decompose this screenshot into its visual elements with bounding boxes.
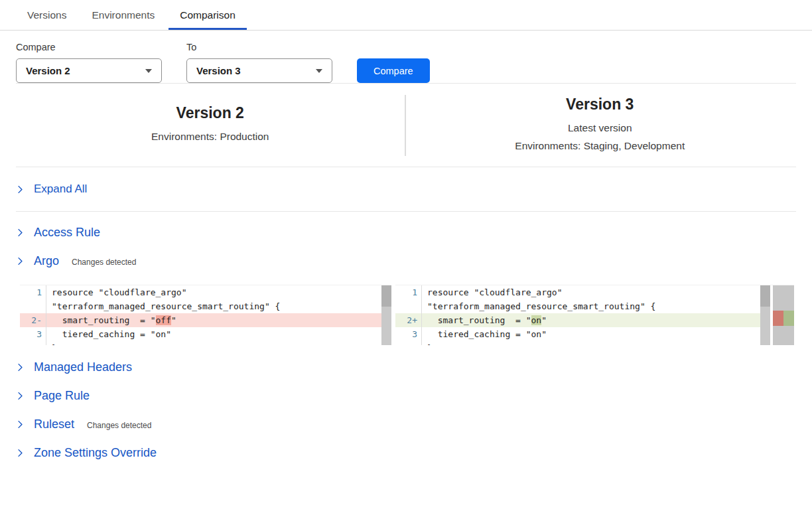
line-number: 1 [395, 285, 422, 299]
section-label: Access Rule [34, 226, 100, 240]
section-label: Zone Settings Override [34, 446, 157, 460]
diff-minimap [773, 285, 794, 345]
line-number: 2+ [395, 313, 422, 327]
dropdown-caret-icon [145, 69, 152, 73]
tab-versions[interactable]: Versions [16, 0, 78, 30]
code-line: "terraform_managed_resource_smart_routin… [395, 299, 760, 313]
section-zone-settings-override[interactable]: Zone Settings Override [16, 439, 794, 467]
compare-to-label: To [186, 42, 332, 52]
changes-detected-badge: Changes detected [72, 258, 136, 267]
chevron-right-icon [16, 185, 25, 194]
dropdown-caret-icon [316, 69, 322, 73]
changes-detected-badge: Changes detected [87, 421, 151, 430]
version-headers: Version 2 Environments: Production Versi… [0, 84, 812, 167]
code-line-added: 2+ smart_routing = "on" [395, 313, 760, 327]
diff-code-left: 1resource "cloudflare_argo" "terraform_m… [20, 285, 381, 345]
line-number: 4 [20, 341, 46, 345]
minimap-deleted-marker [773, 311, 783, 326]
code-line: 4} [395, 341, 760, 345]
diff-code-right: 1resource "cloudflare_argo" "terraform_m… [395, 285, 760, 345]
diff-panel-right: 1resource "cloudflare_argo" "terraform_m… [395, 285, 794, 345]
code-line: 3 tiered_caching = "on" [20, 327, 381, 341]
line-number [395, 299, 422, 313]
code-line: 1resource "cloudflare_argo" [395, 285, 760, 299]
section-label: Ruleset [34, 417, 74, 431]
code-text: resource "cloudflare_argo" [422, 285, 760, 299]
code-line: 3 tiered_caching = "on" [395, 327, 760, 341]
version-right-environments: Environments: Staging, Development [406, 137, 795, 155]
compare-to-value: Version 3 [196, 65, 241, 76]
section-ruleset[interactable]: Ruleset Changes detected [16, 410, 794, 439]
code-line: 1resource "cloudflare_argo" [20, 285, 381, 299]
tab-bar: Versions Environments Comparison [0, 0, 812, 31]
compare-to-select[interactable]: Version 3 [186, 58, 332, 83]
version-left-environments: Environments: Production [16, 127, 405, 145]
line-number: 3 [395, 327, 422, 341]
code-text: } [422, 341, 760, 345]
code-line-deleted: 2- smart_routing = "off" [20, 313, 381, 327]
line-number: 4 [395, 341, 422, 345]
code-text: smart_routing = " [427, 315, 531, 325]
code-text: tiered_caching = "on" [46, 327, 381, 341]
compare-from-select[interactable]: Version 2 [16, 58, 162, 83]
chevron-right-icon [16, 392, 25, 400]
code-text: smart_routing = "on" [422, 313, 760, 327]
chevron-right-icon [16, 449, 25, 457]
code-line: "terraform_managed_resource_smart_routin… [20, 299, 381, 313]
code-text: "terraform_managed_resource_smart_routin… [46, 299, 381, 313]
comparison-page: Versions Environments Comparison Compare… [0, 0, 812, 523]
version-right-header: Version 3 Latest version Environments: S… [406, 96, 795, 155]
version-right-title: Version 3 [406, 96, 795, 113]
compare-from-label: Compare [16, 42, 162, 52]
line-number: 2- [20, 313, 46, 327]
section-page-rule[interactable]: Page Rule [16, 382, 794, 410]
argo-diff: 1resource "cloudflare_argo" "terraform_m… [20, 285, 794, 345]
chevron-right-icon [16, 257, 25, 265]
code-text: } [46, 341, 381, 345]
code-text: "terraform_managed_resource_smart_routin… [422, 299, 760, 313]
resource-sections: Access Rule Argo Changes detected 1resou… [0, 212, 812, 467]
code-text: resource "cloudflare_argo" [46, 285, 381, 299]
diff-panel-left: 1resource "cloudflare_argo" "terraform_m… [20, 285, 391, 345]
chevron-right-icon [16, 228, 25, 237]
line-number: 1 [20, 285, 46, 299]
section-label: Page Rule [34, 389, 90, 403]
compare-button[interactable]: Compare [357, 58, 430, 83]
section-managed-headers[interactable]: Managed Headers [16, 353, 794, 382]
version-right-latest: Latest version [406, 119, 795, 137]
scrollbar-thumb[interactable] [760, 285, 770, 307]
compare-controls: Compare Version 2 To Version 3 Compare [0, 31, 812, 83]
section-argo[interactable]: Argo Changes detected [16, 247, 794, 275]
scrollbar[interactable] [381, 285, 391, 345]
code-text: smart_routing = "off" [46, 313, 381, 327]
added-word: on [531, 315, 542, 325]
code-text: smart_routing = " [52, 315, 156, 325]
section-label: Argo [34, 254, 59, 268]
version-left-title: Version 2 [16, 104, 405, 122]
line-number: 3 [20, 327, 46, 341]
chevron-right-icon [16, 420, 25, 429]
section-label: Managed Headers [34, 360, 132, 374]
compare-from-value: Version 2 [26, 65, 70, 76]
expand-all-label: Expand All [34, 183, 87, 196]
code-text: " [541, 315, 547, 325]
scrollbar[interactable] [760, 285, 770, 345]
version-left-header: Version 2 Environments: Production [16, 104, 405, 145]
tab-comparison[interactable]: Comparison [169, 0, 247, 30]
code-text: tiered_caching = "on" [422, 327, 760, 341]
line-number [20, 299, 46, 313]
chevron-right-icon [16, 363, 25, 372]
scrollbar-thumb[interactable] [381, 285, 391, 307]
section-access-rule[interactable]: Access Rule [16, 218, 794, 247]
tab-environments[interactable]: Environments [80, 0, 166, 30]
deleted-word: off [156, 315, 171, 325]
minimap-added-marker [783, 311, 794, 326]
code-line: 4} [20, 341, 381, 345]
diff-minimap-marker [773, 311, 794, 326]
code-text: " [171, 315, 176, 325]
expand-all-button[interactable]: Expand All [0, 167, 812, 211]
